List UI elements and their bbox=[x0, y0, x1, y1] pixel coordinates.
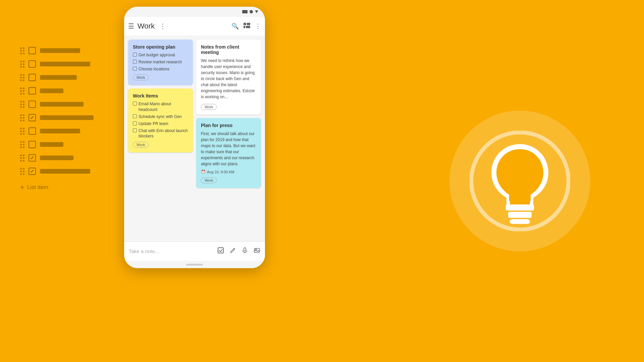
note-store-plan[interactable]: Store opening plan Get budget approval R… bbox=[128, 40, 193, 85]
bottom-icons bbox=[217, 247, 260, 255]
list-row bbox=[20, 47, 94, 54]
list-checkbox[interactable] bbox=[29, 87, 36, 95]
drag-handle-icon[interactable] bbox=[20, 101, 24, 108]
list-item-text-bar bbox=[40, 48, 80, 53]
note-title: Notes from client meeting bbox=[201, 44, 256, 55]
svg-rect-3 bbox=[246, 26, 250, 28]
phone-status-bar bbox=[124, 7, 265, 17]
checkbox-icon bbox=[133, 114, 137, 118]
note-body: We need to rethink how we handle user ex… bbox=[201, 58, 256, 100]
list-checkbox[interactable] bbox=[29, 141, 36, 148]
list-row bbox=[20, 141, 94, 148]
list-item-text-bar bbox=[40, 102, 84, 107]
list-checkbox[interactable] bbox=[29, 127, 36, 135]
note-item: Schedule sync with Gen bbox=[133, 114, 188, 120]
drag-handle-icon[interactable] bbox=[20, 74, 24, 81]
header-overflow-icon[interactable]: ⋮ bbox=[159, 22, 166, 30]
drag-handle-icon[interactable] bbox=[20, 141, 24, 148]
drag-handle-icon[interactable] bbox=[20, 114, 24, 121]
note-tag[interactable]: Work bbox=[133, 142, 149, 148]
svg-rect-7 bbox=[254, 248, 260, 252]
note-item: Review market research bbox=[133, 59, 188, 65]
svg-rect-10 bbox=[506, 204, 534, 210]
draw-icon[interactable] bbox=[229, 247, 236, 255]
search-icon[interactable]: 🔍 bbox=[231, 22, 239, 30]
notes-column-1: Store opening plan Get budget approval R… bbox=[128, 40, 193, 237]
list-row bbox=[20, 168, 94, 175]
network-icon bbox=[255, 10, 258, 13]
list-checkbox[interactable] bbox=[29, 101, 36, 108]
add-list-item-row[interactable]: + List item bbox=[20, 183, 94, 192]
note-tag[interactable]: Work bbox=[201, 104, 217, 110]
note-item: Update PR team bbox=[133, 121, 188, 127]
app-header: ☰ Work ⋮ 🔍 ⋮ bbox=[124, 17, 265, 36]
list-item-text-bar bbox=[40, 115, 94, 120]
note-reminder: ⏰ Aug 10, 9:00 AM bbox=[201, 170, 256, 174]
list-row bbox=[20, 154, 94, 162]
svg-rect-2 bbox=[244, 26, 245, 28]
drag-handle-icon[interactable] bbox=[20, 47, 24, 54]
svg-rect-5 bbox=[244, 248, 246, 251]
checkbox-icon bbox=[133, 128, 137, 132]
note-plan-preso[interactable]: Plan for preso First, we should talk abo… bbox=[196, 118, 261, 188]
list-checkbox[interactable] bbox=[29, 168, 36, 175]
checkbox-icon bbox=[133, 67, 137, 71]
hamburger-icon[interactable]: ☰ bbox=[128, 22, 134, 30]
note-title: Store opening plan bbox=[133, 44, 188, 50]
drag-handle-icon[interactable] bbox=[20, 128, 24, 135]
checkbox-icon bbox=[133, 60, 137, 64]
note-item: Choose locations bbox=[133, 66, 188, 72]
header-right: 🔍 ⋮ bbox=[231, 22, 261, 30]
signal-icon bbox=[242, 10, 248, 13]
svg-rect-11 bbox=[508, 212, 532, 218]
list-item-text-bar bbox=[40, 88, 63, 93]
add-icon: + bbox=[20, 183, 24, 192]
add-label: List item bbox=[27, 184, 48, 191]
note-tag[interactable]: Work bbox=[201, 177, 217, 183]
image-icon[interactable] bbox=[254, 247, 260, 255]
list-row bbox=[20, 60, 94, 68]
home-bar bbox=[186, 264, 203, 265]
list-item-text-bar bbox=[40, 169, 90, 174]
svg-rect-12 bbox=[510, 219, 530, 224]
drag-handle-icon[interactable] bbox=[20, 61, 24, 68]
note-item: Email Mario about headcount bbox=[133, 101, 188, 113]
list-checkbox[interactable] bbox=[29, 114, 36, 121]
note-item: Chat with Erin about launch blockers bbox=[133, 128, 188, 139]
more-options-icon[interactable]: ⋮ bbox=[255, 22, 261, 30]
header-left: ☰ Work ⋮ bbox=[128, 22, 231, 31]
svg-rect-13 bbox=[510, 194, 530, 204]
list-checkbox[interactable] bbox=[29, 47, 36, 54]
view-toggle-icon[interactable] bbox=[244, 23, 250, 30]
list-checkbox[interactable] bbox=[29, 74, 36, 81]
list-checkbox[interactable] bbox=[29, 154, 36, 162]
list-item-text-bar bbox=[40, 156, 73, 160]
note-work-items[interactable]: Work Items Email Mario about headcount S… bbox=[128, 88, 193, 153]
header-title: Work bbox=[138, 22, 155, 31]
note-client-meeting[interactable]: Notes from client meeting We need to ret… bbox=[196, 40, 261, 115]
note-item: Get budget approval bbox=[133, 52, 188, 58]
clock-icon: ⏰ bbox=[201, 170, 206, 174]
note-title: Work Items bbox=[133, 93, 188, 99]
list-item-text-bar bbox=[40, 75, 77, 80]
list-item-text-bar bbox=[40, 142, 63, 147]
note-tag[interactable]: Work bbox=[133, 74, 149, 80]
drag-handle-icon[interactable] bbox=[20, 87, 24, 95]
svg-rect-1 bbox=[247, 23, 250, 25]
notes-column-2: Notes from client meeting We need to ret… bbox=[196, 40, 261, 237]
drag-handle-icon[interactable] bbox=[20, 155, 24, 162]
list-checkbox[interactable] bbox=[29, 60, 36, 68]
note-body: First, we should talk about our plan for… bbox=[201, 131, 256, 167]
take-note-input[interactable]: Take a note... bbox=[129, 248, 215, 254]
checkbox-icon bbox=[133, 102, 137, 106]
drag-handle-icon[interactable] bbox=[20, 168, 24, 175]
list-row bbox=[20, 101, 94, 108]
svg-rect-0 bbox=[244, 23, 246, 25]
svg-rect-4 bbox=[218, 248, 223, 253]
checkbox-add-icon[interactable] bbox=[217, 247, 224, 255]
list-item-text-bar bbox=[40, 129, 80, 133]
list-row bbox=[20, 87, 94, 95]
mic-icon[interactable] bbox=[241, 247, 248, 255]
logo-circle bbox=[449, 111, 590, 251]
list-row bbox=[20, 114, 94, 121]
